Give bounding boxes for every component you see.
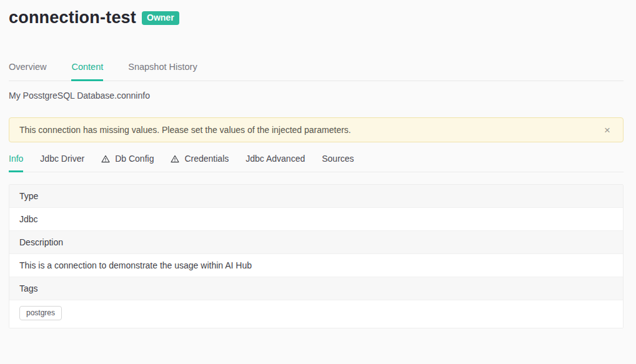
subtab-credentials[interactable]: Credentials (171, 148, 229, 172)
subtab-label: Jdbc Driver (40, 154, 84, 164)
tab-overview[interactable]: Overview (9, 57, 46, 81)
subtab-label: Sources (322, 154, 354, 164)
warning-icon (171, 155, 179, 163)
close-icon[interactable]: × (602, 124, 613, 137)
connection-file-name: My PosstgreSQL Database.conninfo (9, 81, 624, 101)
page-title: connection-test (9, 8, 136, 27)
info-table: TypeJdbcDescriptionThis is a connection … (9, 184, 624, 328)
main-tabs: OverviewContentSnapshot History (9, 57, 624, 81)
detail-label-type: Type (9, 185, 623, 207)
owner-badge: Owner (142, 11, 179, 25)
subtab-db-config[interactable]: Db Config (101, 148, 154, 172)
subtab-info[interactable]: Info (9, 148, 23, 172)
subtab-jdbc-driver[interactable]: Jdbc Driver (40, 148, 84, 172)
page-header: connection-test Owner (9, 0, 624, 27)
tag-chip: postgres (19, 306, 62, 320)
warning-icon (101, 155, 110, 163)
subtab-label: Info (9, 154, 23, 164)
detail-value-tags: postgres (9, 300, 623, 328)
detail-label-tags: Tags (9, 277, 623, 300)
subtab-jdbc-advanced[interactable]: Jdbc Advanced (246, 148, 305, 172)
tab-snapshot-history[interactable]: Snapshot History (128, 57, 197, 81)
detail-value-description: This is a connection to demonstrate the … (9, 253, 623, 277)
tab-content[interactable]: Content (71, 57, 103, 81)
subtab-sources[interactable]: Sources (322, 148, 354, 172)
subtab-label: Db Config (115, 154, 154, 164)
subtab-label: Credentials (184, 154, 229, 164)
alert-message: This connection has missing values. Plea… (19, 125, 351, 135)
section-tabs: InfoJdbc Driver Db Config CredentialsJdb… (9, 148, 624, 172)
subtab-label: Jdbc Advanced (246, 154, 305, 164)
detail-value-type: Jdbc (9, 207, 623, 230)
missing-values-alert: This connection has missing values. Plea… (9, 117, 624, 142)
connection-detail-page: connection-test Owner OverviewContentSna… (0, 0, 636, 328)
detail-label-description: Description (9, 230, 623, 253)
